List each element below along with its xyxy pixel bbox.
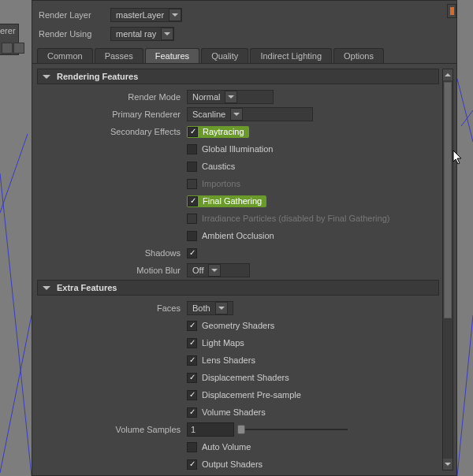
tab-label: Indirect Lighting xyxy=(260,51,322,61)
geometry-shaders-checkbox[interactable] xyxy=(187,321,197,331)
motion-blur-dropdown[interactable]: Off xyxy=(187,263,250,277)
scroll-down-arrow-icon[interactable] xyxy=(443,459,453,470)
light-maps-checkbox[interactable] xyxy=(187,338,197,348)
tool-icon[interactable] xyxy=(2,43,13,54)
render-using-value: mental ray xyxy=(116,29,156,39)
collapse-triangle-icon xyxy=(43,286,50,294)
caustics-checkbox[interactable] xyxy=(187,162,197,172)
slider-track xyxy=(237,429,348,430)
raytracing-checkbox[interactable] xyxy=(188,127,198,137)
output-shaders-label: Output Shaders xyxy=(202,459,263,469)
output-shaders-check-wrap: Output Shaders xyxy=(187,459,263,470)
chevron-down-icon[interactable] xyxy=(225,91,237,103)
light-maps-check-wrap: Light Maps xyxy=(187,338,244,348)
volume-samples-row: Volume Samples 1 xyxy=(37,422,439,437)
render-using-dropdown[interactable]: mental ray xyxy=(110,27,174,41)
chevron-down-icon[interactable] xyxy=(208,264,221,277)
caustics-label: Caustics xyxy=(202,162,235,171)
auto-volume-checkbox[interactable] xyxy=(187,442,197,452)
ambient-occlusion-checkbox[interactable] xyxy=(187,231,197,241)
slider-handle[interactable] xyxy=(237,425,245,434)
irradiance-particles-disabled-by-final-gathering-check-wrap: Irradiance Particles (disabled by Final … xyxy=(187,214,389,224)
tab-bar: Common Passes Features Quality Indirect … xyxy=(32,46,456,64)
caustics-check-wrap: Caustics xyxy=(187,162,235,172)
render-mode-label: Render Mode xyxy=(37,92,187,102)
displacement-shaders-check-wrap: Displacement Shaders xyxy=(187,373,289,383)
tab-label: Options xyxy=(344,51,374,61)
render-mode-row: Render Mode Normal xyxy=(37,89,439,105)
left-panel-icons xyxy=(0,43,32,57)
volume-shaders-label: Volume Shaders xyxy=(202,407,266,417)
tab-options[interactable]: Options xyxy=(333,48,384,63)
tab-quality[interactable]: Quality xyxy=(201,48,248,63)
output-shaders-checkbox[interactable] xyxy=(187,459,197,470)
global-illumination-check-wrap: Global Illumination xyxy=(187,144,274,154)
displacement-pre-sample-checkbox[interactable] xyxy=(187,390,197,400)
caustics-row: Caustics xyxy=(37,158,439,174)
chevron-down-icon[interactable] xyxy=(161,28,173,40)
volume-samples-field[interactable]: 1 xyxy=(187,422,234,437)
section-rendering-features[interactable]: Rendering Features xyxy=(37,69,439,84)
volume-samples-slider[interactable] xyxy=(237,424,348,435)
chevron-down-icon[interactable] xyxy=(230,108,243,121)
lens-shaders-check-wrap: Lens Shaders xyxy=(187,355,255,366)
shadows-checkbox[interactable] xyxy=(187,248,197,258)
volume-samples-label: Volume Samples xyxy=(37,425,187,434)
displacement-pre-sample-label: Displacement Pre-sample xyxy=(202,390,301,400)
shadows-label: Shadows xyxy=(37,248,187,258)
final-gathering-label: Final Gathering xyxy=(203,196,262,206)
shadows-row: Shadows xyxy=(37,245,439,261)
collapse-triangle-icon xyxy=(43,75,50,83)
displacement-pre-sample-check-wrap: Displacement Pre-sample xyxy=(187,390,301,400)
global-illumination-row: Global Illumination xyxy=(37,141,439,157)
faces-label: Faces xyxy=(37,303,187,313)
raytracing-label: Raytracing xyxy=(203,127,244,136)
tab-passes[interactable]: Passes xyxy=(95,48,143,63)
displacement-shaders-row: Displacement Shaders xyxy=(37,370,439,385)
final-gathering-checkbox[interactable] xyxy=(188,196,198,206)
auto-volume-label: Auto Volume xyxy=(202,442,251,452)
scrollbar[interactable] xyxy=(442,69,453,470)
global-illumination-checkbox[interactable] xyxy=(187,144,197,154)
raytracing-row: Secondary EffectsRaytracing xyxy=(37,124,439,139)
geometry-shaders-label: Geometry Shaders xyxy=(202,321,274,330)
global-illumination-label: Global Illumination xyxy=(202,144,274,154)
render-layer-label: Render Layer xyxy=(39,10,106,20)
volume-shaders-checkbox[interactable] xyxy=(187,407,197,418)
primary-renderer-value: Scanline xyxy=(192,110,225,119)
section-extra-features[interactable]: Extra Features xyxy=(37,280,439,296)
displacement-shaders-checkbox[interactable] xyxy=(187,373,197,383)
scroll-up-arrow-icon[interactable] xyxy=(443,69,453,80)
motion-blur-value: Off xyxy=(192,266,203,275)
faces-value: Both xyxy=(192,303,210,313)
motion-blur-label: Motion Blur xyxy=(37,266,187,275)
volume-shaders-row: Volume Shaders xyxy=(37,404,439,420)
geometry-shaders-check-wrap: Geometry Shaders xyxy=(187,321,274,331)
left-panel-text: erer xyxy=(0,26,16,35)
final-gathering-check-wrap: Final Gathering xyxy=(187,195,266,207)
faces-dropdown[interactable]: Both xyxy=(187,301,233,315)
importons-check-wrap: Importons xyxy=(187,179,240,189)
render-mode-dropdown[interactable]: Normal xyxy=(187,90,274,104)
displacement-shaders-label: Displacement Shaders xyxy=(202,373,289,382)
output-shaders-row: Output Shaders xyxy=(37,456,439,472)
importons-row: Importons xyxy=(37,176,439,192)
primary-renderer-dropdown[interactable]: Scanline xyxy=(187,107,313,121)
ambient-occlusion-label: Ambient Occlusion xyxy=(202,231,274,240)
tab-label: Quality xyxy=(211,51,238,61)
lens-shaders-checkbox[interactable] xyxy=(187,355,197,366)
tab-label: Passes xyxy=(105,51,133,61)
final-gathering-row: Final Gathering xyxy=(37,193,439,209)
tab-indirect-lighting[interactable]: Indirect Lighting xyxy=(250,48,332,63)
primary-renderer-row: Primary Renderer Scanline xyxy=(37,106,439,122)
scroll-thumb[interactable] xyxy=(444,82,452,318)
chevron-down-icon[interactable] xyxy=(215,302,228,314)
auto-volume-row: Auto Volume xyxy=(37,439,439,455)
tab-label: Common xyxy=(47,51,83,61)
chevron-down-icon[interactable] xyxy=(169,9,181,21)
tab-features[interactable]: Features xyxy=(145,48,199,63)
tool-icon[interactable] xyxy=(13,43,24,54)
tab-common[interactable]: Common xyxy=(37,48,93,63)
render-layer-dropdown[interactable]: masterLayer xyxy=(110,8,182,22)
primary-renderer-label: Primary Renderer xyxy=(37,110,187,119)
